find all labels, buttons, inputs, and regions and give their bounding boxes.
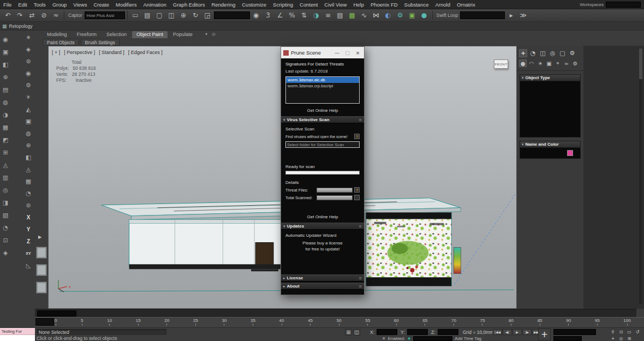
left-tool-icon[interactable]: ◈	[24, 45, 33, 54]
menu-item[interactable]: Rendering	[208, 0, 238, 9]
left-tool-icon[interactable]: ▦	[24, 177, 33, 186]
motion-tab-icon[interactable]: ◎	[548, 49, 557, 57]
menu-item[interactable]: Phoenix FD	[367, 0, 401, 9]
shapes-category-icon[interactable]: ◠	[528, 59, 535, 67]
render-setup-icon[interactable]: ⚙	[395, 10, 406, 21]
menu-item[interactable]: Civil View	[321, 0, 350, 9]
menu-item[interactable]: File	[0, 0, 15, 9]
y-coordinate-field[interactable]	[407, 329, 428, 335]
left-tool-icon[interactable]: ◉	[24, 69, 33, 78]
close-button[interactable]: ×	[354, 49, 362, 57]
xy-plane-constraint[interactable]: XY	[24, 249, 33, 258]
workspaces-dropdown[interactable]	[606, 2, 641, 8]
lights-category-icon[interactable]: ☀	[536, 59, 544, 67]
frame-tick[interactable]: 50	[337, 318, 342, 326]
menu-item[interactable]: Help	[350, 0, 367, 9]
fov-icon[interactable]: ◎	[617, 336, 625, 341]
ribbon-subtab[interactable]: Brush Settings	[81, 39, 120, 46]
left-tool-icon[interactable]: ◨	[1, 198, 10, 207]
create-tab-icon[interactable]: +	[519, 49, 527, 57]
redo-icon[interactable]: ↷	[14, 10, 26, 21]
left-tool-icon[interactable]: ◈	[1, 248, 10, 258]
house-door[interactable]	[255, 243, 273, 267]
frame-tick[interactable]: 100	[623, 318, 630, 326]
frame-tick[interactable]: 45	[308, 318, 313, 326]
selection-lock-icon[interactable]: ⊞	[345, 329, 352, 336]
add-time-tag-label[interactable]: Add Time Tag	[455, 336, 481, 341]
menu-item[interactable]: Tools	[31, 0, 49, 9]
y-axis-constraint[interactable]: Y	[24, 225, 33, 234]
name-color-header[interactable]: ▾ Name and Color	[520, 141, 581, 148]
rectangular-region-icon[interactable]: ▢	[154, 10, 165, 21]
go-to-start-button[interactable]: |◀◀	[493, 329, 502, 335]
signature-item[interactable]: worm.3dsmax.crp.bscript	[286, 83, 359, 89]
frame-tick[interactable]: 55	[365, 318, 370, 326]
left-tool-icon[interactable]: ◉	[1, 35, 10, 44]
left-tool-icon[interactable]: ◬	[24, 165, 33, 174]
menu-item[interactable]: Create	[90, 0, 112, 9]
spacewarps-category-icon[interactable]: ≈	[563, 59, 570, 67]
left-tool-icon[interactable]: ◭	[24, 105, 33, 114]
absolute-offset-icon[interactable]: ◫	[353, 329, 360, 336]
ribbon-subtab[interactable]: Paint Objects	[43, 39, 79, 46]
x-coordinate-field[interactable]	[377, 329, 397, 335]
object-type-header[interactable]: ▾ Object Type	[520, 74, 581, 81]
retopology-label[interactable]: Retopology	[9, 23, 33, 29]
modify-tab-icon[interactable]: ◔	[529, 49, 537, 57]
left-tool-icon[interactable]: ⊕	[1, 73, 10, 82]
ribbon-tab[interactable]: Modeling	[43, 31, 71, 38]
virus-scan-section-header[interactable]: ▾ Virus Selective Scan ≡	[281, 116, 364, 123]
graffiti-wall[interactable]	[366, 213, 452, 286]
left-tool-icon[interactable]: ⊕	[24, 141, 33, 150]
x-axis-constraint[interactable]: X	[24, 213, 33, 222]
pan-icon[interactable]: +	[609, 336, 617, 341]
menu-item[interactable]: Ornatrix	[454, 0, 479, 9]
viewport-label-part[interactable]: [ Standard ]	[99, 50, 124, 55]
time-slider[interactable]	[37, 310, 76, 316]
ribbon-cycle-icon[interactable]: ◎	[210, 31, 218, 37]
dialog-titlebar[interactable]: Prune Scene — □ ×	[281, 47, 364, 58]
bind-spacewarp-icon[interactable]: ≈	[50, 10, 62, 21]
schematic-view-icon[interactable]: ⋈	[371, 10, 382, 21]
percent-snap-icon[interactable]: %	[287, 10, 298, 21]
crossing-selection-icon[interactable]: ◫	[166, 10, 177, 21]
z-axis-constraint[interactable]: Z	[24, 237, 33, 246]
ribbon-dropdown-icon[interactable]: ▾	[203, 31, 210, 37]
left-tool-icon[interactable]: ▣	[24, 117, 33, 126]
left-tool-icon[interactable]: ◍	[1, 98, 10, 107]
left-tool-icon[interactable]: ⊛	[24, 57, 33, 66]
render-icon[interactable]: ●	[419, 10, 430, 21]
frame-tick[interactable]: 85	[538, 318, 542, 326]
edit-tool-icon[interactable]: ◺	[24, 261, 33, 270]
frame-tick[interactable]: 25	[193, 318, 198, 326]
left-tool-icon[interactable]: ▣	[1, 47, 10, 57]
frame-tick[interactable]: 70	[451, 318, 456, 326]
license-section-header[interactable]: ▸ License ≡	[281, 274, 364, 282]
layer-manager-icon[interactable]: ▤	[335, 10, 346, 21]
graphite-ribbon-icon[interactable]: ▦	[347, 10, 358, 21]
frame-tick[interactable]: 10	[107, 318, 112, 326]
helpers-category-icon[interactable]: ⌖	[554, 59, 562, 67]
select-link-icon[interactable]: ⇄	[26, 10, 38, 21]
spinner-snap-icon[interactable]: ⇅	[299, 10, 310, 21]
zoom-extents-icon[interactable]: ▭	[625, 329, 633, 334]
maxscript-mini-listener[interactable]: Testing For	[0, 328, 35, 341]
signatures-list[interactable]: worm.3dsmax.alc.dbworm.3dsmax.crp.bscrip…	[285, 76, 360, 104]
frame-tick[interactable]: 20	[164, 318, 169, 326]
menu-item[interactable]: Content	[296, 0, 321, 9]
ribbon-tab[interactable]: Object Paint	[132, 31, 168, 38]
ribbon-tab[interactable]: Freeform	[73, 31, 102, 38]
menu-item[interactable]: Animation	[140, 0, 170, 9]
track-bar[interactable]	[35, 309, 636, 317]
left-tool-icon[interactable]: ▧	[1, 211, 10, 220]
left-tool-icon[interactable]: ⊚	[24, 201, 33, 210]
hierarchy-tab-icon[interactable]: ◫	[539, 49, 547, 57]
panel-flyout-arrow-icon[interactable]: ▶	[38, 235, 41, 240]
help-button[interactable]	[354, 195, 360, 200]
angle-snap-icon[interactable]: ∠	[275, 10, 286, 21]
frame-tick[interactable]: 80	[509, 318, 514, 326]
frame-tick[interactable]: 65	[422, 318, 427, 326]
zoom-icon[interactable]: ⚲	[609, 329, 617, 334]
snap-toggle-icon[interactable]: 3	[263, 10, 274, 21]
menu-item[interactable]: Arnold	[432, 0, 453, 9]
